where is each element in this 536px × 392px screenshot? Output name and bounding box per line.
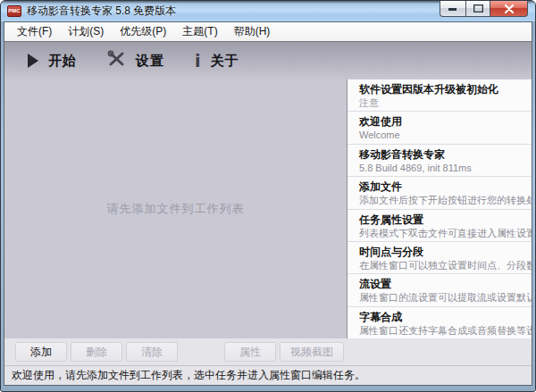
- clear-button[interactable]: 清除: [126, 342, 178, 362]
- window-title: 移动影音转换专家 5.8 免费版本: [27, 4, 176, 19]
- play-icon: [28, 54, 38, 68]
- tip-item-time-segments: 时间点与分段 在属性窗口可以独立设置时间点、分段数等: [348, 242, 532, 274]
- video-screenshot-button[interactable]: 视频截图: [280, 342, 344, 362]
- tips-panel: 软件设置因版本升级被初始化 注意 欢迎使用 Welcome 移动影音转换专家 5…: [347, 79, 532, 338]
- delete-button[interactable]: 删除: [71, 342, 122, 362]
- maximize-icon: [473, 4, 483, 13]
- add-button[interactable]: 添加: [15, 342, 67, 362]
- minimize-button[interactable]: [440, 1, 465, 17]
- menu-priority[interactable]: 优先级(P): [112, 22, 174, 41]
- tip-subtitle: 添加文件后按下开始按钮进行您的转换处理: [359, 194, 526, 206]
- info-icon: i: [195, 53, 201, 69]
- task-list-placeholder: 请先添加文件到工作列表: [4, 201, 347, 217]
- tip-subtitle: 属性窗口的流设置可以提取流或设置默认流: [359, 291, 526, 304]
- settings-button[interactable]: 设置: [107, 50, 164, 71]
- main-content: 请先添加文件到工作列表 软件设置因版本升级被初始化 注意 欢迎使用 Welcom…: [4, 79, 532, 338]
- tip-item-version: 移动影音转换专家 5.8 Build 4869, init 811ms: [348, 145, 532, 177]
- client-area: 文件(F) 计划(S) 优先级(P) 主题(T) 帮助(H) 开始: [4, 21, 532, 386]
- tip-subtitle: 列表模式下双击文件可直接进入属性设置: [359, 227, 526, 239]
- task-list-area[interactable]: 请先添加文件到工作列表: [4, 79, 347, 338]
- settings-label: 设置: [136, 53, 164, 70]
- tip-title: 移动影音转换专家: [359, 148, 526, 162]
- tip-title: 流设置: [359, 278, 526, 291]
- tip-subtitle: 注意: [359, 96, 526, 109]
- tip-title: 软件设置因版本升级被初始化: [359, 83, 526, 96]
- tip-subtitle: Welcome: [359, 129, 526, 141]
- toolbar: 开始 设置 i 关于: [4, 42, 532, 79]
- tip-title: 任务属性设置: [359, 213, 526, 227]
- tip-item-add-files: 添加文件 添加文件后按下开始按钮进行您的转换处理: [348, 177, 532, 209]
- maximize-button[interactable]: [465, 1, 490, 17]
- start-button[interactable]: 开始: [28, 53, 77, 70]
- tip-item-welcome: 欢迎使用 Welcome: [348, 112, 532, 144]
- status-bar: 欢迎使用，请先添加文件到工作列表，选中任务并进入属性窗口编辑任务。: [4, 365, 532, 385]
- close-icon: [505, 4, 514, 13]
- tip-subtitle: 5.8 Build 4869, init 811ms: [359, 162, 526, 174]
- tip-subtitle: 属性窗口还支持字幕合成或音频替换等设置: [359, 324, 526, 337]
- menu-file[interactable]: 文件(F): [9, 22, 60, 41]
- start-label: 开始: [48, 53, 77, 70]
- tip-item-subtitle-merge: 字幕合成 属性窗口还支持字幕合成或音频替换等设置: [348, 307, 532, 338]
- tip-subtitle: 在属性窗口可以独立设置时间点、分段数等: [359, 259, 526, 271]
- about-label: 关于: [211, 53, 239, 70]
- tip-title: 字幕合成: [359, 311, 526, 324]
- menu-bar: 文件(F) 计划(S) 优先级(P) 主题(T) 帮助(H): [4, 22, 532, 42]
- window-controls: [440, 1, 528, 17]
- menu-schedule[interactable]: 计划(S): [60, 22, 112, 41]
- properties-button[interactable]: 属性: [224, 342, 276, 362]
- status-text: 欢迎使用，请先添加文件到工作列表，选中任务并进入属性窗口编辑任务。: [12, 368, 365, 383]
- about-button[interactable]: i 关于: [195, 53, 239, 70]
- action-bar: 添加 删除 清除 属性 视频截图: [4, 338, 532, 365]
- close-button[interactable]: [490, 1, 528, 17]
- tip-item-stream-settings: 流设置 属性窗口的流设置可以提取流或设置默认流: [348, 274, 532, 306]
- menu-theme[interactable]: 主题(T): [174, 22, 225, 41]
- menu-help[interactable]: 帮助(H): [226, 22, 279, 41]
- app-window: PMC 移动影音转换专家 5.8 免费版本 文件(F) 计划(S) 优先级(P)…: [0, 0, 536, 392]
- app-icon: PMC: [7, 5, 21, 17]
- tip-title: 欢迎使用: [359, 115, 526, 129]
- tip-item-task-properties: 任务属性设置 列表模式下双击文件可直接进入属性设置: [348, 210, 532, 242]
- minimize-icon: [448, 7, 457, 11]
- tip-title: 时间点与分段: [359, 246, 526, 259]
- tools-icon: [107, 50, 126, 71]
- tip-title: 添加文件: [359, 180, 526, 194]
- tip-item-init-notice: 软件设置因版本升级被初始化 注意: [348, 79, 532, 112]
